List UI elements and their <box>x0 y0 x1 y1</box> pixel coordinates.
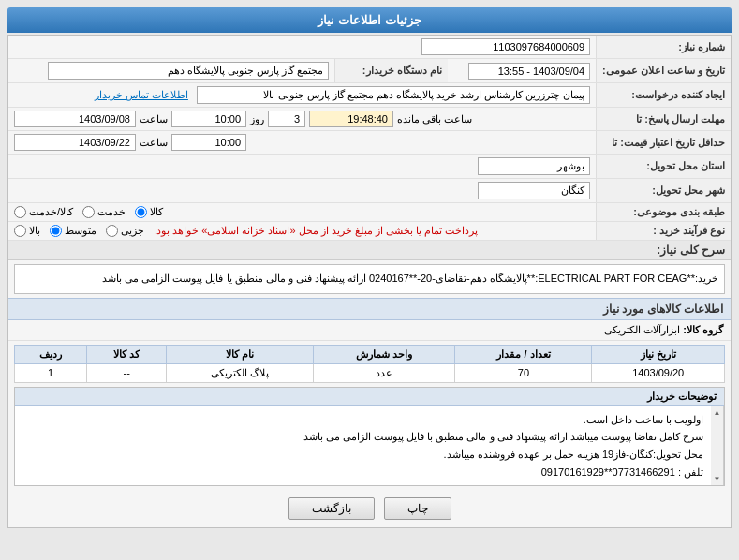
info-table: شماره نیاز: 1103097684000609 تاریخ و ساع… <box>8 36 731 241</box>
row-nogh: نوع فرآیند خرید : بالا متوسط <box>8 222 731 241</box>
mohlat-label-text: مهلت ارسال پاسخ: تا <box>636 113 725 125</box>
mohlat-value-cell: 1403/09/08 ساعت 10:00 روز 3 19:48:40 ساع… <box>8 108 597 131</box>
tarikh-aelam-label: تاریخ و ساعت اعلان عمومی: <box>597 59 731 83</box>
jadval-label-text: حداقل تاریخ اعتبار قیمت: تا <box>612 137 725 148</box>
cell-kod: -- <box>86 363 166 382</box>
row-ostan: استان محل تحویل: بوشهر <box>8 155 731 179</box>
scroll-down-icon[interactable]: ▼ <box>714 475 721 484</box>
shahr-label: شهر محل تحویل: <box>597 179 731 203</box>
nogh-desc: پرداخت تمام یا بخشی از مبلغ خرید از محل … <box>154 225 478 237</box>
shahr-value: کنگان <box>8 179 597 203</box>
idad-value-cell: پیمان چترزرین کارشناس ارشد خرید پالایشگا… <box>8 83 597 108</box>
btn-bazgasht[interactable]: بازگشت <box>288 497 375 520</box>
row-shomara: شماره نیاز: 1103097684000609 <box>8 36 731 59</box>
tozi-line: اولویت با ساخت داخل است. <box>22 411 703 429</box>
idad-label: ایجاد کننده درخواست: <box>597 83 731 108</box>
group-value: ابزارآلات الکتریکی <box>604 324 680 335</box>
col-vahed: واحد شمارش <box>313 345 455 363</box>
cell-radif: 1 <box>15 363 87 382</box>
tozi-scroll-container: ▲ ▼ اولویت با ساخت داخل است.سرح کامل تقا… <box>15 406 724 486</box>
group-row: گروه کالا: ابزارآلات الکتریکی <box>8 320 731 341</box>
col-tarikh: تاریخ نیاز <box>592 345 725 363</box>
row-tabaghe: طبقه بندی موضوعی: کالا/خدمت خدمت کالا <box>8 203 731 222</box>
table-row: 1403/09/20 70 عدد پلاگ الکتریکی -- 1 <box>15 363 725 382</box>
cell-tedad: 70 <box>455 363 592 382</box>
mohlat-baqi-input: 19:48:40 <box>309 111 393 127</box>
cell-name: پلاگ الکتریکی <box>167 363 313 382</box>
page-title: جزئیات اطلاعات نیاز <box>318 13 421 27</box>
name-khardar-value: مجتمع گاز پارس جنوبی پالایشگاه دهم <box>8 59 335 83</box>
tabaghe-khedmat[interactable]: خدمت <box>82 206 126 218</box>
ostan-label: استان محل تحویل: <box>597 155 731 179</box>
row-shahr: شهر محل تحویل: کنگان <box>8 179 731 203</box>
ostan-value: بوشهر <box>8 155 597 179</box>
products-table: تاریخ نیاز تعداد / مقدار واحد شمارش نام … <box>14 345 725 383</box>
sarh-text: خرید:**ELECTRICAL PART FOR CEAG:**پالایش… <box>102 273 718 284</box>
col-name: نام کالا <box>167 345 313 363</box>
mohlat-label: مهلت ارسال پاسخ: تا <box>597 108 731 131</box>
cell-tarikh: 1403/09/20 <box>592 363 725 382</box>
sarh-content: خرید:**ELECTRICAL PART FOR CEAG:**پالایش… <box>14 264 725 294</box>
nogh-label: نوع فرآیند خرید : <box>597 222 731 241</box>
mohlat-baqi-label: ساعت باقی مانده <box>397 113 472 125</box>
tozi-body: اولویت با ساخت داخل است.سرح کامل تقاضا پ… <box>15 406 711 486</box>
sarh-title: سرح کلی نیاز: <box>8 241 731 260</box>
col-tedad: تعداد / مقدار <box>455 345 592 363</box>
jadval-time-input: 10:00 <box>171 134 246 151</box>
btn-chap[interactable]: چاپ <box>384 497 451 520</box>
idad-input: پیمان چترزرین کارشناس ارشد خرید پالایشگا… <box>197 86 590 104</box>
idad-link[interactable]: اطلاعات تماس خریدار <box>95 89 188 100</box>
tabaghe-options-cell: کالا/خدمت خدمت کالا <box>8 203 597 222</box>
page-header: جزئیات اطلاعات نیاز <box>7 7 732 33</box>
nogh-cell: بالا متوسط جزیی پ <box>8 222 597 241</box>
nogh-bala[interactable]: بالا <box>14 225 40 237</box>
jadval-value-cell: 1403/09/22 ساعت 10:00 <box>8 131 597 155</box>
shomara-label: شماره نیاز: <box>597 36 731 59</box>
tozi-scrollbar[interactable]: ▲ ▼ <box>711 406 724 486</box>
tozi-header: توضیحات خریدار <box>15 388 724 406</box>
tozi-line: محل تحویل:کنگان-فاز19 هزینه حمل بر عهده … <box>22 446 703 464</box>
name-khardar-input: مجتمع گاز پارس جنوبی پالایشگاه دهم <box>48 62 329 80</box>
tabaghe-kalakhedmat[interactable]: کالا/خدمت <box>14 206 73 218</box>
shomara-input: 1103097684000609 <box>421 38 590 55</box>
tozi-line: سرح کامل تقاضا پیوست میباشد ارائه پیشنها… <box>22 428 703 446</box>
main-card: شماره نیاز: 1103097684000609 تاریخ و ساع… <box>7 35 732 528</box>
table-header-row: تاریخ نیاز تعداد / مقدار واحد شمارش نام … <box>15 345 725 363</box>
tabaghe-kala[interactable]: کالا <box>135 206 163 218</box>
tabaghe-label: طبقه بندی موضوعی: <box>597 203 731 222</box>
tarikh-aelam-value: 1403/09/04 - 13:55 <box>448 59 597 83</box>
col-kod: کد کالا <box>86 345 166 363</box>
row-idad: ایجاد کننده درخواست: پیمان چترزرین کارشن… <box>8 83 731 108</box>
shomara-value: 1103097684000609 <box>8 36 597 59</box>
nogh-jozi[interactable]: جزیی <box>106 225 144 237</box>
row-jadval: حداقل تاریخ اعتبار قیمت: تا 1403/09/22 س… <box>8 131 731 155</box>
mohlat-roz-input: 3 <box>268 111 305 127</box>
mohlat-time-input: 10:00 <box>171 111 246 127</box>
scroll-up-icon[interactable]: ▲ <box>714 408 721 418</box>
name-khardar-label: نام دستگاه خریدار: <box>335 59 448 83</box>
jadval-label: حداقل تاریخ اعتبار قیمت: تا <box>597 131 731 155</box>
tozi-section: توضیحات خریدار ▲ ▼ اولویت با ساخت داخل ا… <box>14 387 725 487</box>
jadval-date-input: 1403/09/22 <box>14 134 136 151</box>
cell-vahed: عدد <box>313 363 455 382</box>
buttons-row: چاپ بازگشت <box>8 490 731 527</box>
row-tarikh-name: تاریخ و ساعت اعلان عمومی: 1403/09/04 - 1… <box>8 59 731 83</box>
page-container: جزئیات اطلاعات نیاز شماره نیاز: 11030976… <box>0 0 739 536</box>
group-label: گروه کالا: <box>683 324 723 335</box>
tarikh-aelam-input: 1403/09/04 - 13:55 <box>468 63 590 80</box>
nogh-motvaset[interactable]: متوسط <box>50 225 96 237</box>
col-radif: ردیف <box>15 345 87 363</box>
ostan-input: بوشهر <box>478 157 590 175</box>
mohlat-date-input: 1403/09/08 <box>14 111 136 127</box>
row-mohlat: مهلت ارسال پاسخ: تا 1403/09/08 ساعت 10:0… <box>8 108 731 131</box>
kalaha-title: اطلاعات کالاهای مورد نیاز <box>8 298 731 320</box>
shahr-input: کنگان <box>478 182 590 199</box>
tozi-line: تلفن : 07731466291**09170161929 <box>22 464 703 481</box>
